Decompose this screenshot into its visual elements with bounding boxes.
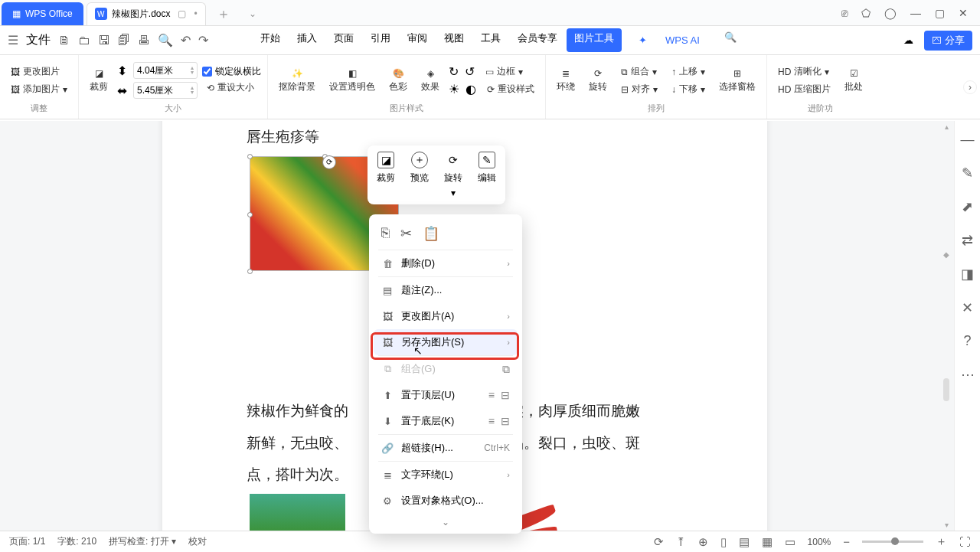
- open-icon[interactable]: 🗀: [78, 34, 90, 47]
- view-read-icon[interactable]: ▭: [785, 535, 795, 549]
- batch-button[interactable]: ☑批处: [840, 67, 867, 95]
- scroll-nav-icon[interactable]: ◆: [943, 250, 949, 259]
- save-icon[interactable]: 🖫: [98, 34, 110, 47]
- globe-icon[interactable]: ⊕: [698, 535, 708, 549]
- group-button[interactable]: ⧉组合 ▾: [616, 64, 662, 80]
- view-page-icon[interactable]: ▯: [720, 535, 727, 549]
- zoom-in-icon[interactable]: ＋: [936, 534, 947, 549]
- scroll-up-icon[interactable]: ▴: [945, 122, 949, 131]
- tab-view[interactable]: 视图: [436, 28, 472, 52]
- file-menu[interactable]: 文件: [26, 32, 51, 48]
- wrap-button[interactable]: ≣环绕: [552, 67, 580, 95]
- change-picture-button[interactable]: 🖼更改图片: [6, 64, 72, 80]
- status-spellcheck[interactable]: 拼写检查: 打开 ▾: [109, 535, 176, 548]
- float-rotate-button[interactable]: ⟳旋转 ▾: [444, 152, 462, 198]
- crop-button[interactable]: ◪裁剪: [85, 67, 113, 95]
- border-button[interactable]: ▭边框 ▾: [481, 64, 528, 80]
- vertical-scrollbar[interactable]: ▴ ◆ ▾: [940, 122, 952, 529]
- float-crop-button[interactable]: ◪裁剪: [377, 152, 395, 198]
- new-tab-button[interactable]: ＋: [209, 2, 238, 25]
- bright-icon[interactable]: ☀: [449, 82, 459, 96]
- tab-page[interactable]: 页面: [326, 28, 361, 52]
- document-tab[interactable]: W 辣椒图片.docx ▢ •: [87, 2, 206, 25]
- cut-icon[interactable]: ✂: [400, 225, 412, 242]
- rotate-right-icon[interactable]: ↻: [449, 64, 459, 79]
- more-icon[interactable]: ⋯: [961, 366, 975, 383]
- pin-icon[interactable]: ▢: [178, 8, 186, 19]
- tab-wps-ai[interactable]: ✦WPS AI: [623, 28, 715, 52]
- menu-send-back[interactable]: ⬇置于底层(K)≡⊟: [369, 408, 522, 434]
- move-down-button[interactable]: ↓下移 ▾: [667, 81, 710, 97]
- menu-expand-icon[interactable]: ⌄: [369, 514, 522, 528]
- tab-start[interactable]: 开始: [253, 28, 288, 52]
- search-icon[interactable]: 🔍: [717, 28, 744, 52]
- maximize-icon[interactable]: ▢: [935, 7, 945, 19]
- contrast-icon[interactable]: ◐: [466, 82, 476, 96]
- close-icon[interactable]: ✕: [959, 7, 968, 19]
- tab-member[interactable]: 会员专享: [510, 28, 565, 52]
- minimize-icon[interactable]: —: [910, 7, 921, 19]
- tab-menu-icon[interactable]: ⌄: [241, 2, 264, 25]
- rotate-left-icon[interactable]: ↺: [465, 64, 475, 79]
- print-icon[interactable]: 🖶: [138, 34, 150, 47]
- panel-icon[interactable]: ⎚: [841, 7, 848, 19]
- menu-delete[interactable]: 🗑删除(D)›: [369, 250, 522, 276]
- tab-picture-tools[interactable]: 图片工具: [567, 28, 622, 52]
- hamburger-icon[interactable]: ☰: [8, 33, 18, 47]
- sync-icon[interactable]: ⟳: [654, 535, 664, 549]
- undo-icon[interactable]: ↶: [181, 33, 191, 47]
- copy-icon[interactable]: ⎘: [381, 225, 390, 242]
- export-icon[interactable]: 🗐: [118, 34, 130, 47]
- sharpen-button[interactable]: HD清晰化 ▾: [773, 64, 835, 80]
- tab-insert[interactable]: 插入: [289, 28, 325, 52]
- upload-icon[interactable]: ⤒: [676, 535, 686, 549]
- pen-icon[interactable]: ✎: [962, 165, 973, 181]
- width-input[interactable]: 5.45厘米▴▾: [133, 82, 198, 99]
- tools-icon[interactable]: ✕: [962, 299, 973, 316]
- align-button[interactable]: ⊟对齐 ▾: [616, 81, 662, 97]
- rotate-handle[interactable]: ⟳: [322, 155, 336, 169]
- status-page[interactable]: 页面: 1/1: [9, 535, 45, 548]
- front-icon-b[interactable]: ⊟: [501, 389, 510, 401]
- preview-icon[interactable]: 🔍: [158, 33, 173, 47]
- menu-save-as-picture[interactable]: 🖼另存为图片(S)›: [374, 329, 518, 355]
- menu-caption[interactable]: ▤题注(Z)...: [369, 277, 522, 303]
- zoom-slider[interactable]: [862, 541, 923, 543]
- menu-hyperlink[interactable]: 🔗超链接(H)...Ctrl+K: [369, 435, 522, 461]
- float-preview-button[interactable]: ＋预览: [410, 152, 429, 198]
- resize-handle[interactable]: [247, 269, 253, 274]
- tab-tools[interactable]: 工具: [473, 28, 508, 52]
- zoom-level[interactable]: 100%: [808, 537, 831, 547]
- image[interactable]: [250, 494, 345, 531]
- back-icon-a[interactable]: ≡: [488, 415, 495, 427]
- scroll-thumb[interactable]: [943, 378, 949, 401]
- redo-icon[interactable]: ↷: [198, 33, 208, 47]
- status-words[interactable]: 字数: 210: [57, 535, 96, 548]
- lock-ratio-checkbox[interactable]: 锁定纵横比: [202, 65, 261, 78]
- tab-ref[interactable]: 引用: [363, 28, 398, 52]
- front-icon-a[interactable]: ≡: [488, 389, 495, 401]
- app-tab[interactable]: ▦ WPS Office: [2, 2, 83, 25]
- status-proof[interactable]: 校对: [188, 535, 207, 548]
- add-picture-button[interactable]: 🖼添加图片 ▾: [6, 81, 72, 97]
- ribbon-more-icon[interactable]: ›: [963, 80, 977, 94]
- share-button[interactable]: ⮹ 分享: [924, 31, 972, 51]
- avatar-icon[interactable]: ◯: [884, 7, 897, 19]
- remove-bg-button[interactable]: ✨抠除背景: [274, 67, 320, 95]
- menu-change-picture[interactable]: 🖼更改图片(A)›: [369, 303, 522, 329]
- resize-handle[interactable]: [247, 154, 253, 159]
- resize-handle[interactable]: [247, 212, 253, 217]
- help-icon[interactable]: ?: [963, 333, 971, 349]
- paste-icon[interactable]: 📋: [423, 225, 439, 242]
- zoom-out-icon[interactable]: −: [843, 535, 850, 548]
- spin-icon[interactable]: ▴▾: [191, 66, 194, 75]
- menu-format-object[interactable]: ⚙设置对象格式(O)...: [369, 488, 522, 514]
- close-tab-icon[interactable]: •: [194, 8, 197, 19]
- view-outline-icon[interactable]: ▦: [762, 535, 773, 549]
- move-up-button[interactable]: ↑上移 ▾: [667, 64, 710, 80]
- cube-icon[interactable]: ⬠: [861, 7, 871, 19]
- menu-text-wrap[interactable]: ≣文字环绕(L)›: [369, 462, 522, 488]
- rotate-button[interactable]: ⟳旋转: [584, 67, 612, 95]
- settings-icon[interactable]: ⇄: [962, 232, 973, 249]
- minus-icon[interactable]: —: [961, 132, 975, 148]
